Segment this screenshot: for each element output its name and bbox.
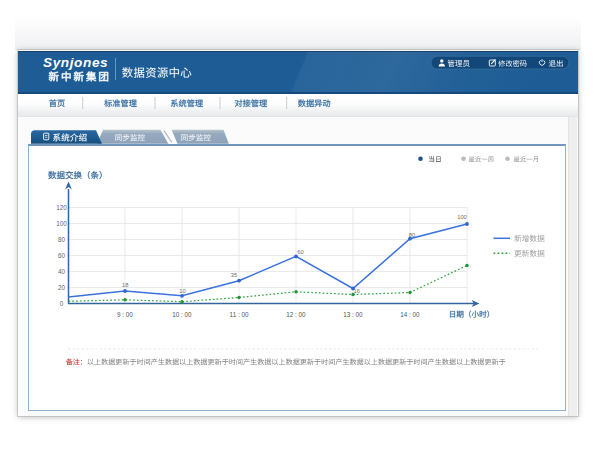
svg-text:0: 0: [60, 300, 64, 307]
svg-text:11 : 00: 11 : 00: [230, 311, 249, 318]
svg-text:20: 20: [58, 284, 66, 291]
svg-text:16: 16: [353, 288, 359, 294]
svg-text:14 : 00: 14 : 00: [400, 311, 420, 318]
svg-text:100: 100: [56, 220, 67, 227]
svg-text:18: 18: [122, 282, 128, 288]
svg-text:9 : 00: 9 : 00: [117, 311, 133, 318]
svg-text:100: 100: [457, 214, 467, 220]
svg-text:Synjones: Synjones: [43, 55, 108, 70]
svg-text:13 : 00: 13 : 00: [343, 311, 363, 318]
svg-text:40: 40: [58, 268, 66, 275]
svg-text:60: 60: [297, 249, 303, 255]
svg-text:120: 120: [56, 204, 67, 211]
svg-text:10 : 00: 10 : 00: [172, 311, 192, 318]
svg-text:80: 80: [58, 236, 66, 243]
svg-text:80: 80: [409, 232, 415, 238]
svg-text:60: 60: [58, 252, 66, 259]
svg-text:12 : 00: 12 : 00: [286, 311, 306, 318]
svg-text:35: 35: [231, 272, 237, 278]
svg-text:10: 10: [179, 288, 185, 294]
